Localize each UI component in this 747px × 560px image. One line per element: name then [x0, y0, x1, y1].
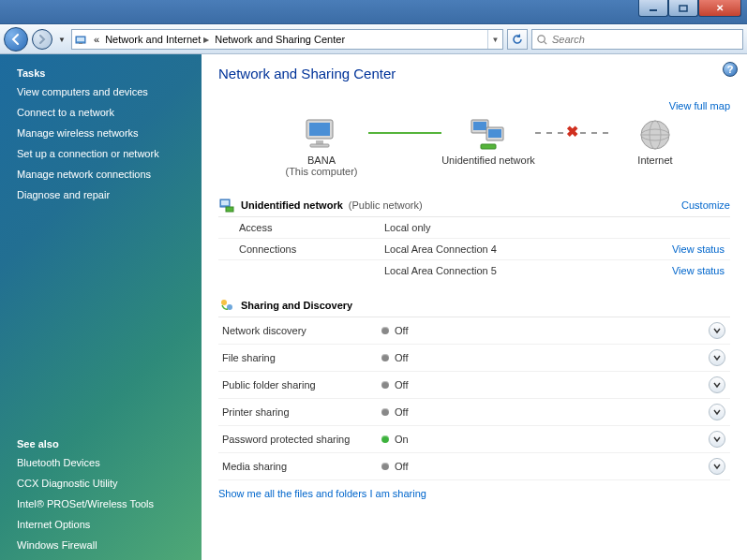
breadcrumb-label: Network and Sharing Center [215, 34, 345, 45]
nav-back-button[interactable] [4, 27, 28, 52]
svg-point-23 [221, 300, 227, 305]
seealso-windows-firewall[interactable]: Windows Firewall [17, 539, 190, 551]
tasks-list: View computers and devices Connect to a … [17, 86, 190, 200]
toolbar: ▼ « Network and Internet ▶ Network and S… [0, 24, 747, 54]
sharing-row-public-folder: Public folder sharing Off [218, 372, 730, 399]
sharing-label: Public folder sharing [222, 379, 381, 391]
seealso-internet-options[interactable]: Internet Options [17, 519, 190, 530]
view-status-link[interactable]: View status [672, 243, 730, 255]
globe-icon [633, 117, 678, 155]
task-connect-network[interactable]: Connect to a network [17, 107, 190, 118]
info-label: Connections [239, 243, 384, 255]
svg-rect-0 [650, 9, 657, 11]
sidebar: Tasks View computers and devices Connect… [0, 54, 202, 560]
search-input[interactable] [552, 34, 739, 45]
info-row-connection: Local Area Connection 5 View status [218, 260, 730, 281]
breadcrumb-network-sharing-center[interactable]: Network and Sharing Center [212, 30, 348, 49]
svg-rect-10 [310, 144, 329, 147]
address-bar[interactable]: « Network and Internet ▶ Network and Sha… [71, 29, 503, 50]
svg-line-6 [544, 41, 546, 44]
sharing-label: Password protected sharing [222, 434, 381, 445]
network-map: BANA (This computer) Unidentified networ… [218, 117, 730, 177]
help-button[interactable]: ? [723, 62, 738, 77]
minimize-button[interactable] [638, 0, 668, 17]
sharing-status: Off [395, 352, 408, 363]
sharing-label: Network discovery [222, 325, 381, 336]
search-icon [536, 34, 548, 46]
status-dot-icon [381, 408, 389, 416]
map-node-label: Internet [637, 155, 672, 166]
sharing-row-media: Media sharing Off [218, 453, 730, 480]
svg-rect-22 [226, 207, 233, 212]
sharing-icon [218, 297, 235, 314]
chevron-right-icon: ▶ [203, 36, 209, 44]
info-row-access: Access Local only [218, 217, 730, 239]
customize-link[interactable]: Customize [681, 199, 730, 211]
svg-rect-4 [79, 43, 82, 44]
address-dropdown[interactable]: ▼ [487, 30, 502, 49]
sharing-list: Network discovery Off File sharing Off P… [218, 317, 730, 480]
map-link-broken [535, 132, 608, 134]
task-view-computers[interactable]: View computers and devices [17, 86, 190, 97]
computer-icon [299, 117, 344, 155]
expand-button[interactable] [709, 431, 725, 448]
page-title: Network and Sharing Center [218, 66, 730, 81]
close-button[interactable]: ✕ [698, 0, 741, 17]
sharing-status: Off [395, 406, 408, 418]
refresh-button[interactable] [507, 29, 528, 50]
info-value: Local Area Connection 4 [384, 243, 672, 255]
task-manage-connections[interactable]: Manage network connections [17, 169, 190, 180]
location-icon [72, 31, 91, 48]
status-dot-icon [381, 435, 389, 443]
task-manage-wireless[interactable]: Manage wireless networks [17, 127, 190, 139]
sharing-row-password: Password protected sharing On [218, 426, 730, 453]
nav-forward-button[interactable] [32, 29, 52, 50]
breadcrumb-overflow[interactable]: « [91, 30, 102, 49]
expand-button[interactable] [709, 349, 725, 366]
nav-history-dropdown[interactable]: ▼ [56, 30, 67, 49]
sharing-heading: Sharing and Discovery [241, 300, 352, 311]
svg-rect-1 [680, 6, 687, 11]
map-node-sublabel: (This computer) [285, 166, 357, 177]
task-setup-connection[interactable]: Set up a connection or network [17, 148, 190, 159]
view-status-link[interactable]: View status [672, 265, 730, 276]
network-info: Access Local only Connections Local Area… [218, 217, 730, 281]
expand-button[interactable] [709, 404, 725, 420]
view-full-map-link[interactable]: View full map [669, 100, 730, 111]
maximize-button[interactable] [668, 0, 698, 17]
breadcrumb-label: Network and Internet [105, 34, 201, 45]
sharing-status: Off [395, 379, 408, 391]
sharing-status: On [395, 434, 409, 445]
svg-rect-3 [77, 37, 84, 41]
task-diagnose-repair[interactable]: Diagnose and repair [17, 189, 190, 200]
search-box[interactable] [531, 29, 743, 50]
seealso-intel-proset[interactable]: Intel® PROSet/Wireless Tools [17, 498, 190, 509]
svg-rect-9 [316, 140, 323, 144]
expand-button[interactable] [709, 458, 725, 475]
expand-button[interactable] [709, 322, 725, 339]
info-value: Local Area Connection 5 [384, 265, 672, 276]
seealso-heading: See also [17, 438, 190, 449]
window-controls: ✕ [638, 0, 741, 17]
seealso-bluetooth[interactable]: Bluetooth Devices [17, 457, 190, 468]
status-dot-icon [381, 354, 389, 361]
seealso-list: Bluetooth Devices CCX Diagnostic Utility… [17, 457, 190, 551]
sharing-section-header: Sharing and Discovery [218, 294, 730, 317]
show-shared-files-link[interactable]: Show me all the files and folders I am s… [218, 488, 426, 499]
svg-rect-14 [488, 129, 501, 138]
breadcrumb-network-internet[interactable]: Network and Internet ▶ [102, 30, 212, 49]
expand-button[interactable] [709, 376, 725, 393]
svg-rect-8 [309, 123, 330, 136]
info-row-connection: Connections Local Area Connection 4 View… [218, 239, 730, 260]
sharing-status: Off [395, 325, 408, 336]
map-node-network: Unidentified network [441, 117, 535, 177]
sharing-label: File sharing [222, 352, 381, 363]
sharing-row-printer: Printer sharing Off [218, 399, 730, 426]
tasks-heading: Tasks [17, 67, 190, 79]
seealso-ccx[interactable]: CCX Diagnostic Utility [17, 478, 190, 489]
sharing-status: Off [395, 461, 408, 472]
content: ? Network and Sharing Center View full m… [202, 54, 747, 560]
network-icon [466, 117, 511, 155]
sharing-label: Printer sharing [222, 406, 381, 418]
map-node-label: Unidentified network [441, 155, 535, 166]
